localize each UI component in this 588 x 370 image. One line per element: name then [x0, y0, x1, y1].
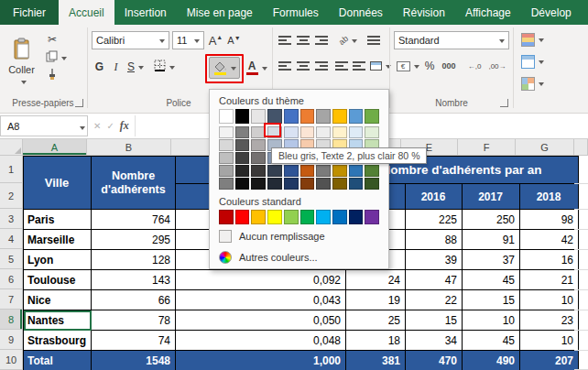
cell-F10[interactable]: 490	[463, 351, 520, 370]
accounting-format-button[interactable]: €	[395, 57, 420, 75]
tab-developpeur[interactable]: Dévelop	[521, 0, 582, 25]
cell-A5[interactable]: Lyon	[24, 250, 92, 270]
row-header-1[interactable]: 1	[0, 156, 23, 183]
row-header-3[interactable]: 3	[0, 209, 23, 229]
standard-color-swatch[interactable]	[284, 210, 299, 224]
standard-color-swatch[interactable]	[349, 210, 364, 224]
orientation-button[interactable]: ab	[335, 32, 361, 49]
cell-A8-selected[interactable]: Nantes	[24, 310, 92, 331]
theme-variant-swatch[interactable]	[219, 152, 234, 164]
standard-color-swatch[interactable]	[235, 210, 250, 224]
theme-variant-swatch[interactable]	[235, 152, 250, 164]
cell-G5[interactable]: 16	[520, 250, 579, 270]
cell-E7[interactable]: 22	[406, 290, 463, 310]
select-all-corner[interactable]	[0, 139, 23, 156]
underline-button[interactable]: S	[125, 57, 147, 77]
theme-variant-swatch[interactable]	[219, 178, 234, 190]
cancel-icon[interactable]: ✕	[93, 121, 101, 131]
align-middle-button[interactable]	[295, 32, 311, 49]
cell-E10[interactable]: 470	[406, 351, 463, 370]
theme-variant-swatch[interactable]	[332, 178, 347, 190]
decrease-decimal-button[interactable]: ,00→	[486, 57, 508, 75]
cell-G9[interactable]: 10	[520, 331, 579, 351]
cell-F6[interactable]: 45	[463, 270, 520, 290]
cell-D6[interactable]: 24	[346, 270, 406, 290]
theme-color-swatch[interactable]	[332, 109, 347, 124]
increase-decimal-button[interactable]: ←,0	[463, 57, 485, 75]
cell-E3[interactable]: 225	[406, 210, 463, 230]
number-dialog-launcher[interactable]	[500, 99, 508, 107]
theme-variant-swatch[interactable]	[251, 152, 266, 164]
theme-variant-swatch[interactable]	[284, 165, 299, 177]
cell-F9[interactable]: 45	[463, 331, 520, 351]
theme-variant-swatch[interactable]	[365, 165, 379, 177]
align-top-button[interactable]	[277, 32, 293, 49]
cell-E4[interactable]: 88	[406, 230, 463, 250]
cell-G4[interactable]: 42	[520, 230, 579, 250]
align-right-button[interactable]	[313, 58, 330, 74]
cell-D7[interactable]: 19	[346, 290, 406, 310]
theme-variant-swatch[interactable]	[267, 165, 282, 177]
cell-A3[interactable]: Paris	[24, 210, 92, 230]
font-size-combo[interactable]: 11	[172, 31, 204, 49]
cell-B10[interactable]: 1548	[92, 351, 176, 370]
theme-variant-swatch[interactable]	[251, 139, 266, 151]
format-as-table-button[interactable]	[518, 52, 546, 71]
cell-G7[interactable]: 10	[520, 290, 579, 310]
tab-affichage[interactable]: Affichage	[455, 0, 521, 25]
cell-F3[interactable]: 250	[463, 210, 520, 230]
cell-E8[interactable]: 15	[406, 310, 463, 331]
row-header-4[interactable]: 4	[0, 229, 23, 249]
theme-variant-swatch[interactable]	[332, 165, 347, 177]
cell-B9[interactable]: 74	[92, 331, 176, 351]
cell-F7[interactable]: 15	[463, 290, 520, 310]
cell-C8[interactable]: 0,050	[176, 310, 346, 331]
theme-variant-swatch[interactable]	[235, 139, 250, 151]
theme-variant-swatch[interactable]	[251, 165, 266, 177]
row-header-5[interactable]: 5	[0, 249, 23, 269]
column-header-G[interactable]: G	[516, 139, 574, 156]
cell-B5[interactable]: 128	[92, 250, 176, 270]
number-format-combo[interactable]: Standard	[394, 31, 509, 49]
theme-variant-swatch[interactable]	[349, 126, 364, 138]
row-header-8[interactable]: 8	[0, 310, 23, 330]
theme-color-swatch[interactable]	[365, 109, 379, 124]
theme-variant-swatch[interactable]	[365, 126, 379, 138]
tab-insertion[interactable]: Insertion	[114, 0, 177, 25]
table-header-2018[interactable]: 2018	[520, 184, 579, 210]
table-header-2016[interactable]: 2016	[406, 184, 463, 210]
theme-variant-swatch[interactable]	[365, 178, 379, 190]
no-fill-menu-item[interactable]: Aucun remplissage	[210, 226, 388, 245]
cell-B6[interactable]: 143	[92, 270, 176, 290]
cell-D9[interactable]: 18	[346, 331, 406, 351]
theme-variant-swatch[interactable]	[316, 178, 331, 190]
theme-variant-swatch[interactable]	[349, 178, 364, 190]
percent-style-button[interactable]: %	[422, 57, 437, 75]
theme-variant-swatch[interactable]	[300, 165, 315, 177]
row-header-7[interactable]: 7	[0, 289, 23, 310]
cell-B8[interactable]: 78	[92, 310, 176, 331]
borders-button[interactable]	[150, 57, 178, 77]
wrap-text-button[interactable]	[365, 32, 383, 49]
bold-button[interactable]: G	[92, 57, 107, 77]
row-header-2[interactable]: 2	[0, 183, 23, 209]
comma-style-button[interactable]: 000	[438, 57, 460, 75]
paste-button[interactable]: Coller	[3, 28, 40, 95]
cut-button[interactable]: ✂	[43, 32, 61, 47]
theme-variant-swatch[interactable]	[219, 126, 234, 138]
align-center-button[interactable]	[295, 58, 311, 74]
column-header-H-partial[interactable]	[574, 139, 588, 156]
format-painter-button[interactable]	[43, 69, 61, 83]
theme-variant-swatch[interactable]	[235, 165, 250, 177]
table-header-ville[interactable]: Ville	[24, 157, 92, 210]
theme-variant-swatch[interactable]	[349, 165, 364, 177]
theme-variant-swatch[interactable]	[284, 178, 299, 190]
row-header-10[interactable]: 10	[0, 350, 23, 370]
name-box[interactable]: A8	[0, 115, 88, 136]
copy-button[interactable]	[43, 50, 69, 65]
row-header-6[interactable]: 6	[0, 269, 23, 289]
standard-color-swatch[interactable]	[219, 210, 234, 224]
table-header-2017[interactable]: 2017	[463, 184, 520, 210]
cell-E9[interactable]: 34	[406, 331, 463, 351]
theme-color-swatch[interactable]	[316, 109, 331, 124]
